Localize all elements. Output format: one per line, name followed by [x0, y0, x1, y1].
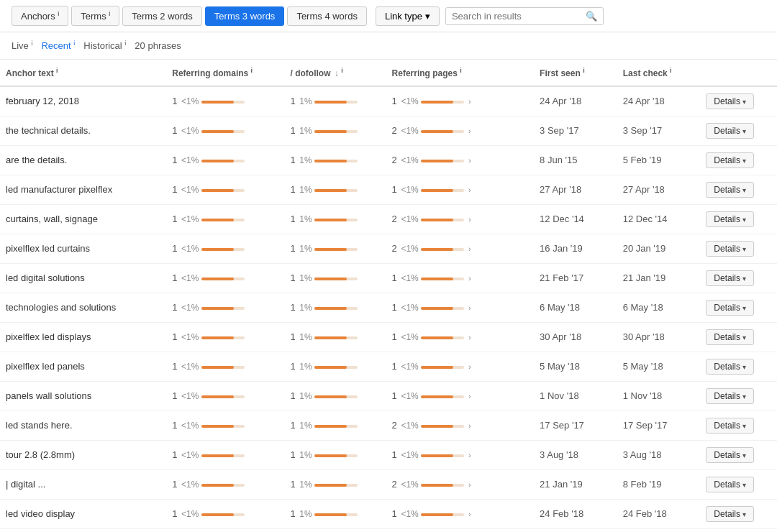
- table-row: pixelflex led panels 1 <1% 1 1% 1 <1%: [0, 352, 777, 381]
- referring-domains-cell: 1 <1%: [166, 234, 284, 263]
- sub-nav-historical[interactable]: Historical i: [83, 40, 126, 51]
- bar-chart: [421, 425, 464, 428]
- details-button[interactable]: Details ▾: [706, 300, 754, 316]
- anchor-text-cell: february 12, 2018: [0, 86, 166, 116]
- details-cell: Details ▾: [700, 116, 777, 145]
- details-button[interactable]: Details ▾: [706, 123, 754, 139]
- details-button[interactable]: Details ▾: [706, 329, 754, 345]
- details-button[interactable]: Details ▾: [706, 270, 754, 286]
- table-row: curtains, wall, signage 1 <1% 1 1% 2 <1%: [0, 204, 777, 234]
- bar-chart: [201, 336, 245, 339]
- bar-background: [421, 395, 464, 398]
- bar-background: [421, 336, 464, 339]
- details-button[interactable]: Details ▾: [706, 152, 754, 168]
- bar-background: [314, 189, 358, 192]
- bar-background: [421, 130, 464, 133]
- details-cell: Details ▾: [700, 86, 777, 116]
- bar-background: [314, 307, 358, 310]
- col-anchor-text[interactable]: Anchor text i: [0, 60, 166, 86]
- phrase-count: 20 phrases: [135, 40, 181, 51]
- col-dofollow[interactable]: / dofollow ↓ i: [284, 60, 386, 86]
- expand-icon: ›: [468, 333, 471, 341]
- col-referring-pages[interactable]: Referring pages i: [386, 60, 535, 86]
- bar-chart: [314, 248, 358, 251]
- details-cell: Details ▾: [700, 293, 777, 322]
- tab-terms-4-words[interactable]: Terms 4 words: [287, 6, 367, 26]
- referring-pages-cell: 2 <1% ›: [386, 116, 535, 145]
- bar-chart: [201, 219, 245, 221]
- details-button[interactable]: Details ▾: [706, 388, 754, 404]
- bar-background: [421, 189, 464, 192]
- tab-anchors[interactable]: Anchors i: [12, 6, 68, 26]
- expand-icon: ›: [468, 185, 471, 194]
- details-cell: Details ▾: [700, 234, 777, 263]
- anchor-text-cell: led stands here.: [0, 411, 166, 440]
- anchor-text-cell: pixelflex led panels: [0, 352, 166, 381]
- last-check-cell: 27 Apr '18: [617, 175, 701, 204]
- details-button[interactable]: Details ▾: [706, 241, 754, 257]
- last-check-cell: 24 Apr '18: [617, 86, 701, 116]
- bar-background: [421, 484, 464, 487]
- referring-domains-cell: 1 <1%: [166, 116, 284, 145]
- anchor-text-cell: led video display: [0, 499, 166, 528]
- sub-nav-live[interactable]: Live i: [12, 40, 32, 51]
- col-last-check[interactable]: Last check i: [617, 60, 701, 86]
- details-button[interactable]: Details ▾: [706, 359, 754, 375]
- first-seen-cell: 17 Sep '17: [534, 411, 617, 440]
- first-seen-cell: 5 May '18: [534, 352, 617, 381]
- tab-terms-3-words[interactable]: Terms 3 words: [205, 6, 285, 26]
- details-button[interactable]: Details ▾: [706, 506, 754, 522]
- referring-domains-cell: 1 <1%: [166, 528, 284, 532]
- details-cell: Details ▾: [700, 499, 777, 528]
- link-type-dropdown[interactable]: Link type ▾: [376, 6, 440, 26]
- bar-chart: [421, 278, 464, 280]
- col-referring-domains[interactable]: Referring domains i: [166, 60, 284, 86]
- anchor-text-cell: technologies and solutions: [0, 293, 166, 322]
- anchor-text-cell: pixelflex led displays: [0, 322, 166, 352]
- table-row: panels wall solutions 1 <1% 1 1% 1 <1%: [0, 381, 777, 411]
- bar-fill: [421, 425, 453, 428]
- anchor-text-cell: tour 2.8 (2.8mm): [0, 440, 166, 469]
- bar-background: [421, 366, 464, 369]
- expand-icon: ›: [468, 127, 471, 135]
- anchor-text-cell: pixelflex led curtains: [0, 234, 166, 263]
- last-check-cell: 21 Jan '19: [617, 263, 701, 293]
- details-button[interactable]: Details ▾: [706, 211, 754, 227]
- details-cell: Details ▾: [700, 440, 777, 469]
- details-button[interactable]: Details ▾: [706, 93, 754, 109]
- referring-pages-cell: 1 <1% ›: [386, 86, 535, 116]
- bar-fill: [421, 248, 453, 251]
- details-button[interactable]: Details ▾: [706, 477, 754, 492]
- bar-chart: [201, 425, 245, 428]
- dofollow-cell: 1 1%: [284, 263, 386, 293]
- details-button[interactable]: Details ▾: [706, 447, 754, 463]
- expand-icon: ›: [468, 362, 471, 371]
- details-button[interactable]: Details ▾: [706, 418, 754, 434]
- sub-nav-recent[interactable]: Recent i: [41, 40, 75, 51]
- dofollow-cell: 1 1%: [284, 469, 386, 499]
- bar-background: [314, 336, 358, 339]
- bar-fill: [201, 278, 234, 280]
- search-input[interactable]: [452, 11, 586, 22]
- col-first-seen[interactable]: First seen i: [534, 60, 617, 86]
- bar-chart: [314, 130, 358, 133]
- referring-pages-cell: 1 <1% ›: [386, 381, 535, 411]
- bar-chart: [421, 366, 464, 369]
- bar-chart: [201, 484, 245, 487]
- anchor-text-cell: the technical details.: [0, 116, 166, 145]
- dofollow-cell: 1 1%: [284, 86, 386, 116]
- dofollow-cell: 1 1%: [284, 352, 386, 381]
- tab-terms[interactable]: Terms i: [71, 6, 119, 26]
- tab-terms-2-words[interactable]: Terms 2 words: [122, 6, 202, 26]
- link-type-label: Link type: [385, 11, 422, 22]
- expand-icon: ›: [468, 97, 471, 106]
- bar-fill: [314, 219, 347, 221]
- referring-domains-cell: 1 <1%: [166, 381, 284, 411]
- bar-background: [314, 101, 358, 104]
- details-button[interactable]: Details ▾: [706, 182, 754, 198]
- details-cell: Details ▾: [700, 175, 777, 204]
- search-box[interactable]: 🔍: [445, 7, 604, 25]
- bar-chart: [201, 513, 245, 516]
- bar-chart: [314, 395, 358, 398]
- expand-icon: ›: [468, 421, 471, 430]
